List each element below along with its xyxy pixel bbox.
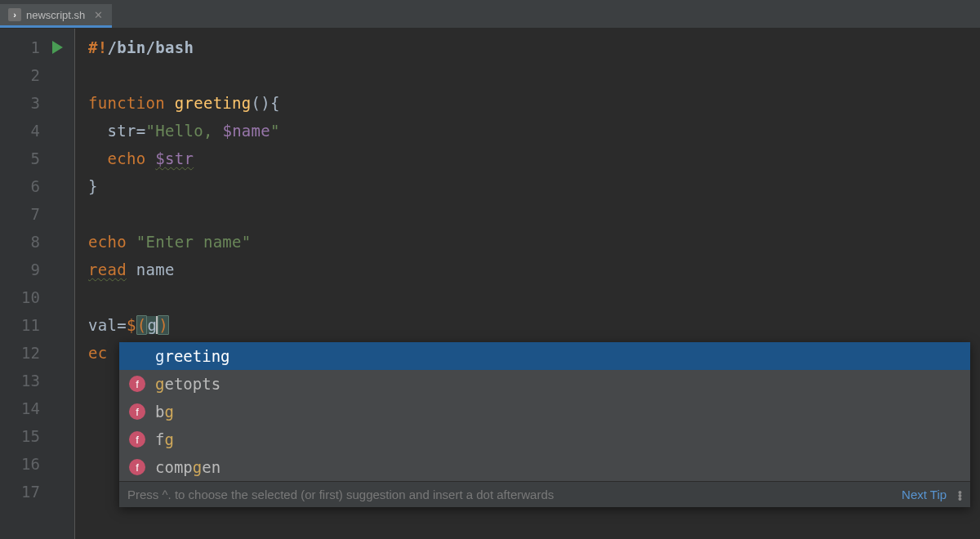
code-line: str="Hello, $name": [88, 117, 980, 145]
more-icon[interactable]: •••: [958, 490, 962, 500]
autocomplete-item[interactable]: fbg: [119, 398, 970, 425]
code-line: echo "Enter name": [88, 228, 980, 256]
line-number[interactable]: 11: [0, 311, 74, 339]
code-line: #!/bin/bash: [88, 33, 980, 61]
line-number[interactable]: 17: [0, 478, 74, 506]
autocomplete-item[interactable]: fcompgen: [119, 453, 970, 481]
file-tab[interactable]: › newscript.sh ✕: [0, 4, 112, 28]
line-number[interactable]: 16: [0, 450, 74, 478]
autocomplete-hint: Press ^. to choose the selected (or firs…: [119, 481, 970, 507]
line-number[interactable]: 6: [0, 172, 74, 200]
code-line: echo $str: [88, 145, 980, 172]
function-badge-icon: f: [129, 376, 145, 392]
hint-text: Press ^. to choose the selected (or firs…: [127, 488, 554, 501]
code-editor[interactable]: #!/bin/bash function greeting(){ str="He…: [75, 29, 980, 539]
code-line: [88, 200, 980, 228]
line-number[interactable]: 13: [0, 367, 74, 394]
code-line: [88, 61, 980, 89]
autocomplete-label: compgen: [155, 458, 220, 476]
line-number[interactable]: 9: [0, 256, 74, 283]
function-badge-icon: f: [129, 459, 145, 475]
line-number[interactable]: 4: [0, 117, 74, 145]
line-number[interactable]: 2: [0, 61, 74, 89]
tab-filename: newscript.sh: [26, 9, 85, 21]
autocomplete-item[interactable]: fgreeting: [119, 342, 970, 370]
autocomplete-label: fg: [155, 430, 174, 448]
code-line: read name: [88, 256, 980, 283]
function-badge-icon: f: [129, 431, 145, 448]
line-number[interactable]: 14: [0, 394, 74, 422]
close-icon[interactable]: ✕: [92, 9, 104, 20]
line-number[interactable]: 5: [0, 145, 74, 172]
line-number[interactable]: 12: [0, 339, 74, 367]
autocomplete-label: getopts: [155, 375, 220, 393]
autocomplete-label: greeting: [155, 347, 230, 365]
code-line: [88, 283, 980, 311]
line-number[interactable]: 7: [0, 200, 74, 228]
autocomplete-popup: fgreetingfgetoptsfbgffgfcompgen Press ^.…: [119, 342, 970, 507]
function-badge-icon: f: [129, 403, 145, 420]
autocomplete-item[interactable]: ffg: [119, 425, 970, 453]
line-number[interactable]: 8: [0, 228, 74, 256]
sh-file-icon: ›: [8, 8, 21, 21]
line-number[interactable]: 1: [0, 33, 74, 61]
autocomplete-item[interactable]: fgetopts: [119, 370, 970, 398]
autocomplete-label: bg: [155, 403, 174, 421]
line-number[interactable]: 10: [0, 283, 74, 311]
code-line: }: [88, 172, 980, 200]
tab-bar: › newscript.sh ✕: [0, 4, 980, 29]
editor: 1 2 3 4 5 6 7 8 9 10 11 12 13 14 15 16 1…: [0, 29, 980, 539]
run-icon[interactable]: [52, 41, 63, 54]
code-line: val=$(g): [88, 311, 980, 339]
line-number-gutter: 1 2 3 4 5 6 7 8 9 10 11 12 13 14 15 16 1…: [0, 29, 75, 539]
line-number[interactable]: 15: [0, 422, 74, 450]
code-line: function greeting(){: [88, 89, 980, 117]
line-number[interactable]: 3: [0, 89, 74, 117]
next-tip-link[interactable]: Next Tip: [902, 488, 947, 501]
